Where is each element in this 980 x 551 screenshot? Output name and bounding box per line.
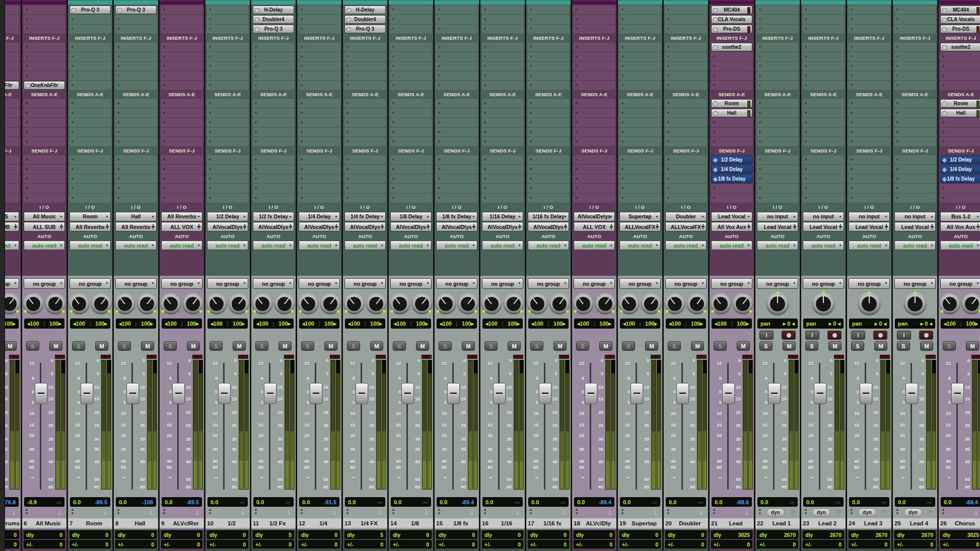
send-slot[interactable] [849,165,890,174]
send-slot[interactable] [24,137,65,146]
insert-slot[interactable] [849,81,890,90]
insert-slot[interactable] [390,71,432,80]
send-slot[interactable] [207,175,248,183]
insert-slot[interactable]: soothe2 [940,43,980,51]
send-slot[interactable] [69,128,111,136]
pan-knob[interactable] [812,292,835,316]
send-slot[interactable] [24,128,65,136]
selector-arrows[interactable]: ▲▼ [391,508,395,516]
insert-slot[interactable] [161,62,202,70]
automation-mode-selector[interactable]: auto read▼ [253,241,294,250]
volume-display[interactable]: 0.0-∞ [345,497,385,507]
insert-slot[interactable] [207,25,248,33]
track-name[interactable]: ALVclRvr [168,520,204,526]
send-slot[interactable] [665,194,707,202]
track-name[interactable]: 1/8 [397,520,433,526]
pan-display[interactable]: ◂100|100▸ [391,319,431,329]
voice-selector[interactable]: dyn [904,508,922,516]
insert-slot[interactable] [482,43,523,51]
group-selector[interactable]: no group▼ [24,278,65,289]
send-slot[interactable] [894,165,936,174]
insert-slot[interactable] [574,15,615,24]
pan-knob[interactable] [664,293,685,314]
track-name[interactable]: Lead [718,520,754,526]
pan-knob[interactable] [503,293,524,314]
automation-mode-selector[interactable]: auto read▼ [528,241,569,250]
track-name-row[interactable]: 151/8 fx [435,518,479,528]
insert-slot[interactable] [940,52,980,61]
insert-slot[interactable] [253,52,294,61]
send-slot[interactable] [344,99,386,108]
output-window-button[interactable]: ↓ [654,507,658,516]
insert-slot[interactable] [207,6,248,14]
send-slot[interactable] [344,155,386,164]
insert-slot[interactable]: H-Delay [344,6,386,14]
insert-slot[interactable] [803,52,844,61]
send-slot[interactable] [207,109,248,117]
send-slot[interactable] [253,155,294,164]
selector-arrows[interactable]: ▲▼ [300,508,304,516]
insert-slot[interactable] [528,62,569,70]
insert-slot[interactable] [161,43,202,51]
send-slot[interactable] [115,194,157,202]
send-slot[interactable] [849,194,890,202]
insert-slot[interactable] [849,25,890,33]
insert-slot[interactable] [757,15,798,24]
clip-led-left-icon[interactable] [651,355,656,359]
pan-display[interactable]: ◂100|100▸ [299,319,339,329]
insert-slot[interactable] [115,71,157,80]
track-name-row[interactable]: 131/4 FX [343,518,387,528]
input-monitor-button[interactable]: I [759,331,774,340]
output-window-button[interactable]: ↓ [562,507,566,516]
send-slot[interactable]: 1/4 Delay [940,165,980,174]
send-slot[interactable] [482,194,523,202]
send-slot[interactable] [482,184,523,193]
send-slot[interactable]: Hall [940,109,980,117]
send-slot[interactable] [894,137,936,146]
send-slot[interactable] [207,137,248,146]
insert-slot[interactable] [390,15,432,24]
pan-knob[interactable] [435,293,456,314]
track-name[interactable]: Room [76,520,112,526]
selector-arrows[interactable]: ▲▼ [529,508,533,516]
insert-slot[interactable] [299,6,340,14]
selector-arrows[interactable]: ▲▼ [804,508,808,516]
input-selector[interactable]: 1/8 fx Delay▼ [436,212,477,221]
pan-knob[interactable] [858,292,881,316]
send-slot[interactable] [69,137,111,146]
insert-slot[interactable] [436,62,477,70]
insert-slot[interactable] [528,81,569,90]
output-window-button[interactable]: ↓ [287,507,291,516]
insert-slot[interactable] [161,81,202,90]
clip-led-right-icon[interactable] [518,355,523,359]
input-selector[interactable]: Lead Vocal▼ [711,212,752,221]
insert-slot[interactable] [803,43,844,51]
selector-arrows[interactable]: ▲▼ [25,508,29,516]
pan-knob[interactable] [23,293,44,314]
send-slot[interactable] [803,165,844,174]
input-selector[interactable]: Doubler▼ [665,212,707,221]
send-slot[interactable] [390,165,432,174]
insert-slot[interactable]: OneKnbFltr [24,81,65,90]
insert-button[interactable]: MC404 [711,6,752,14]
insert-slot[interactable] [207,71,248,80]
track-name-row[interactable]: 101/2 [205,518,250,528]
pan-display[interactable]: pan▸ 0 ◂ [803,319,844,329]
insert-slot[interactable]: Doubler4 [253,15,294,24]
send-slot[interactable] [436,109,477,117]
send-slot[interactable] [115,128,157,136]
insert-slot[interactable] [161,6,202,14]
send-slot[interactable] [253,194,294,202]
automation-mode-selector[interactable]: auto read▼ [619,241,661,250]
send-slot[interactable] [482,137,523,146]
output-selector[interactable]: AlVocalDlys [482,222,523,231]
insert-slot[interactable]: Pro-Q 3 [344,25,386,33]
voice-selector[interactable]: dyn [766,508,785,516]
output-selector[interactable]: AlVocalDlys [344,222,386,231]
automation-mode-selector[interactable]: auto read▼ [940,241,980,250]
insert-slot[interactable] [207,62,248,70]
send-slot[interactable] [849,184,890,193]
automation-mode-selector[interactable]: auto read▼ [482,241,523,250]
insert-slot[interactable]: CLA Vocals [711,15,752,24]
insert-slot[interactable] [757,52,798,61]
